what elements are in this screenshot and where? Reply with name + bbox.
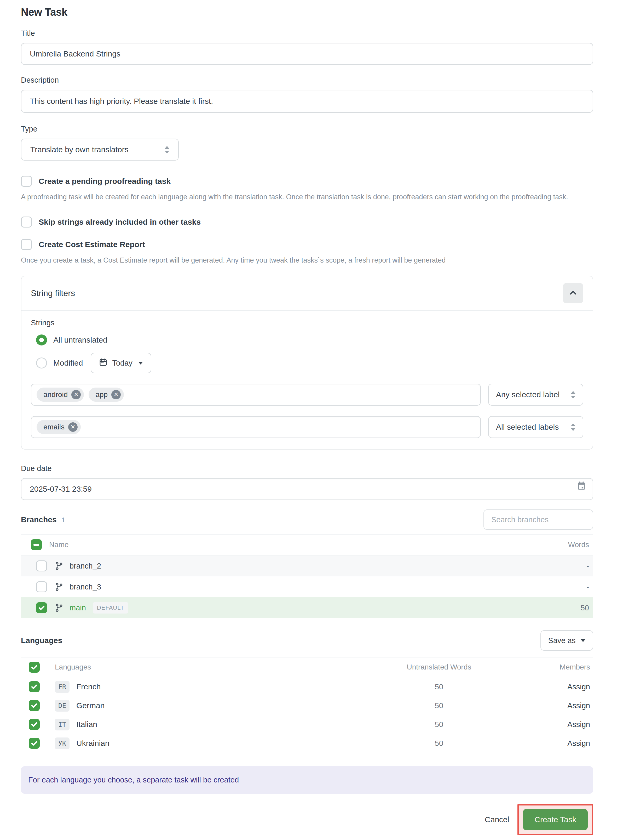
branch-row-left: main DEFAULT xyxy=(21,602,536,614)
language-words: 50 xyxy=(366,701,512,710)
modified-radio[interactable] xyxy=(36,358,47,368)
language-row: УК Ukrainian 50 Assign xyxy=(21,734,593,753)
collapse-panel-button[interactable] xyxy=(563,283,583,303)
calendar-icon[interactable] xyxy=(577,481,586,492)
save-as-button[interactable]: Save as xyxy=(540,630,593,651)
tag-pill: app ✕ xyxy=(89,387,124,402)
close-icon[interactable]: ✕ xyxy=(71,390,81,399)
language-checkbox[interactable] xyxy=(29,738,40,749)
cost-estimate-checkbox[interactable] xyxy=(21,239,32,250)
due-date-input[interactable] xyxy=(21,478,593,500)
language-row-left: IT Italian xyxy=(21,719,366,731)
type-select[interactable]: Translate by own translators xyxy=(21,139,179,161)
branch-words: - xyxy=(536,562,593,570)
branches-table: Name Words branch_2 - branch_3 - xyxy=(21,534,593,618)
language-code-badge: IT xyxy=(55,719,69,731)
branches-words-column: Words xyxy=(536,541,593,549)
all-untranslated-label: All untranslated xyxy=(53,336,108,345)
assign-link[interactable]: Assign xyxy=(567,683,590,691)
proofreading-checkbox-label: Create a pending proofreading task xyxy=(39,177,171,186)
branch-row-left: branch_3 xyxy=(21,581,536,592)
label-mode-select-1[interactable]: Any selected label xyxy=(488,384,583,406)
label-filter-input-1[interactable]: android ✕ app ✕ xyxy=(31,384,481,406)
create-task-button[interactable]: Create Task xyxy=(523,809,588,830)
cost-estimate-checkbox-label: Create Cost Estimate Report xyxy=(39,240,145,249)
select-caret-icon xyxy=(165,146,169,154)
footer-actions: Cancel Create Task xyxy=(21,804,593,835)
branches-select-all-checkbox[interactable] xyxy=(31,539,42,550)
label-mode-value-1: Any selected label xyxy=(496,390,560,399)
languages-table-header: Languages Untranslated Words Members xyxy=(21,657,593,677)
chevron-up-icon xyxy=(569,288,577,298)
tag-label: emails xyxy=(43,423,65,431)
cost-estimate-checkbox-row: Create Cost Estimate Report xyxy=(21,239,593,250)
branch-checkbox[interactable] xyxy=(36,581,47,592)
select-caret-icon xyxy=(571,391,576,399)
label-filter-input-2[interactable]: emails ✕ xyxy=(31,416,481,438)
members-column: Members xyxy=(512,663,593,671)
git-branch-icon xyxy=(55,561,64,571)
per-language-notice: For each language you choose, a separate… xyxy=(21,766,593,794)
tag-pill: emails ✕ xyxy=(37,420,81,434)
language-row: DE German 50 Assign xyxy=(21,696,593,715)
language-row-left: FR French xyxy=(21,681,366,693)
tag-pill: android ✕ xyxy=(37,387,84,402)
title-input[interactable] xyxy=(21,43,593,65)
all-untranslated-radio[interactable] xyxy=(36,334,47,346)
branches-title: Branches xyxy=(21,515,57,524)
languages-title: Languages xyxy=(21,636,62,645)
close-icon[interactable]: ✕ xyxy=(111,390,121,399)
default-branch-badge: DEFAULT xyxy=(93,602,128,614)
branch-row-selected: main DEFAULT 50 xyxy=(21,597,593,618)
language-name: Ukrainian xyxy=(76,739,109,748)
language-name: German xyxy=(76,701,105,710)
branch-row: branch_2 - xyxy=(21,556,593,577)
label-mode-select-2[interactable]: All selected labels xyxy=(488,416,583,438)
title-label: Title xyxy=(21,29,593,38)
branch-checkbox[interactable] xyxy=(36,560,47,571)
calendar-icon xyxy=(99,358,108,368)
language-code-badge: DE xyxy=(55,700,69,711)
modified-date-button[interactable]: Today xyxy=(91,353,151,373)
languages-select-all-checkbox[interactable] xyxy=(29,662,40,673)
language-words: 50 xyxy=(366,720,512,729)
new-task-form: New Task Title Description This content … xyxy=(0,0,617,835)
language-checkbox[interactable] xyxy=(29,681,40,692)
caret-down-icon xyxy=(138,362,143,365)
language-words: 50 xyxy=(366,683,512,691)
page-title: New Task xyxy=(21,6,593,18)
minus-icon xyxy=(34,544,39,546)
assign-link[interactable]: Assign xyxy=(567,701,590,710)
label-filter-row-2: emails ✕ All selected labels xyxy=(31,416,583,438)
string-filters-body: Strings All untranslated Modified Today xyxy=(21,310,593,449)
branches-search-input[interactable] xyxy=(483,509,593,530)
language-checkbox[interactable] xyxy=(29,719,40,730)
all-untranslated-radio-row: All untranslated xyxy=(36,334,583,346)
cancel-button[interactable]: Cancel xyxy=(485,815,509,824)
label-filter-row-1: android ✕ app ✕ Any selected label xyxy=(31,384,583,406)
tag-label: android xyxy=(43,390,68,399)
skip-strings-checkbox[interactable] xyxy=(21,216,32,228)
assign-link[interactable]: Assign xyxy=(567,720,590,729)
select-caret-icon xyxy=(571,423,576,431)
string-filters-header: String filters xyxy=(21,276,593,310)
description-label: Description xyxy=(21,76,593,84)
type-label: Type xyxy=(21,125,593,133)
skip-strings-checkbox-label: Skip strings already included in other t… xyxy=(39,217,201,226)
assign-link[interactable]: Assign xyxy=(567,739,590,747)
branch-words: - xyxy=(536,583,593,591)
proofreading-help-text: A proofreading task will be created for … xyxy=(21,192,593,201)
language-row: IT Italian 50 Assign xyxy=(21,715,593,734)
language-name: French xyxy=(76,682,100,691)
description-input[interactable]: This content has high priority. Please t… xyxy=(21,90,593,113)
language-checkbox[interactable] xyxy=(29,700,40,711)
type-select-value: Translate by own translators xyxy=(30,145,128,154)
branches-section-head: Branches 1 xyxy=(21,509,593,530)
languages-column: Languages xyxy=(55,663,91,671)
branches-table-header: Name Words xyxy=(21,535,593,556)
proofreading-checkbox[interactable] xyxy=(21,176,32,187)
branch-checkbox[interactable] xyxy=(36,602,47,613)
close-icon[interactable]: ✕ xyxy=(68,422,78,432)
string-filters-title: String filters xyxy=(31,288,75,298)
modified-date-value: Today xyxy=(112,359,132,367)
